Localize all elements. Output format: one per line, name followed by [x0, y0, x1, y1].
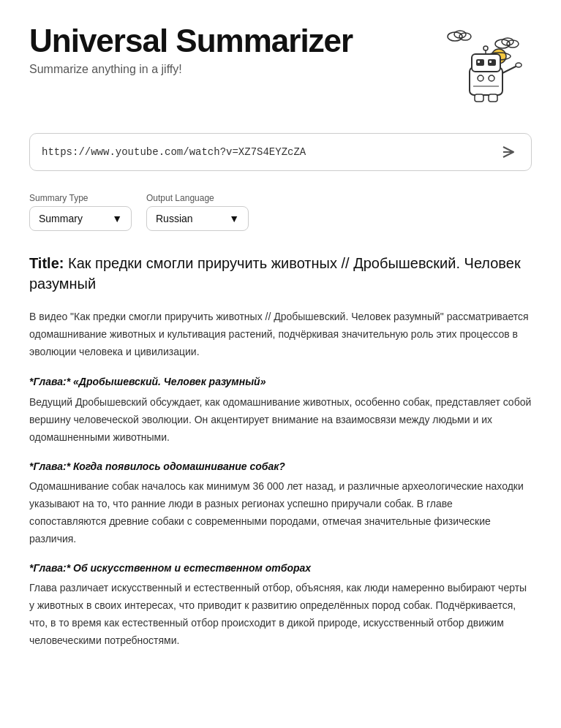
chapter-heading-1: *Глава:* «Дробышевский. Человек разумный… — [29, 374, 532, 391]
svg-line-21 — [502, 66, 517, 73]
chapter-heading-3: *Глава:* Об искусственном и естественном… — [29, 560, 532, 577]
send-icon — [500, 144, 516, 160]
chapter-text-2: Одомашнивание собак началось как минимум… — [29, 478, 532, 547]
intro-paragraph: В видео "Как предки смогли приручить жив… — [29, 308, 532, 360]
mascot-illustration — [444, 23, 532, 111]
app-subtitle: Summarize anything in a jiffy! — [29, 63, 353, 76]
title-label: Title: — [29, 255, 64, 271]
output-language-chevron-icon: ▼ — [229, 213, 239, 224]
chapter-block-1: *Глава:* «Дробышевский. Человек разумный… — [29, 374, 532, 446]
content-section: Title: Как предки смогли приручить живот… — [0, 246, 561, 691]
chapter-heading-2: *Глава:* Когда появилось одомашнивание с… — [29, 458, 532, 476]
summary-type-select[interactable]: Summary ▼ — [29, 206, 132, 231]
url-input-wrapper — [29, 133, 532, 171]
output-language-group: Output Language Russian ▼ — [146, 193, 249, 231]
app-title: Universal Summarizer — [29, 23, 353, 58]
result-title: Title: Как предки смогли приручить живот… — [29, 253, 532, 294]
url-input[interactable] — [42, 146, 497, 158]
header-left: Universal Summarizer Summarize anything … — [29, 23, 353, 76]
title-text: Как предки смогли приручить животных // … — [29, 255, 521, 292]
svg-rect-11 — [488, 59, 496, 66]
chapter-block-3: *Глава:* Об искусственном и естественном… — [29, 560, 532, 650]
svg-point-22 — [516, 63, 522, 67]
svg-rect-12 — [478, 61, 480, 63]
output-language-select[interactable]: Russian ▼ — [146, 206, 249, 231]
result-body: В видео "Как предки смогли приручить жив… — [29, 308, 532, 650]
svg-rect-9 — [472, 54, 500, 72]
mascot-svg — [444, 23, 532, 111]
svg-rect-20 — [489, 94, 497, 102]
svg-rect-19 — [475, 94, 483, 102]
url-section — [0, 126, 561, 186]
chapter-text-1: Ведущий Дробышевский обсуждает, как одом… — [29, 394, 532, 446]
svg-rect-10 — [476, 59, 484, 66]
summary-type-group: Summary Type Summary ▼ — [29, 193, 132, 231]
summary-type-chevron-icon: ▼ — [112, 213, 122, 224]
summary-type-label: Summary Type — [29, 193, 132, 203]
summary-type-value: Summary — [39, 213, 83, 224]
output-language-label: Output Language — [146, 193, 249, 203]
chapter-block-2: *Глава:* Когда появилось одомашнивание с… — [29, 458, 532, 548]
controls-section: Summary Type Summary ▼ Output Language R… — [0, 186, 561, 246]
output-language-value: Russian — [156, 213, 193, 224]
chapter-text-3: Глава различает искусственный и естестве… — [29, 580, 532, 649]
svg-rect-13 — [489, 61, 492, 63]
send-button[interactable] — [497, 143, 519, 162]
app-header: Universal Summarizer Summarize anything … — [0, 0, 561, 126]
